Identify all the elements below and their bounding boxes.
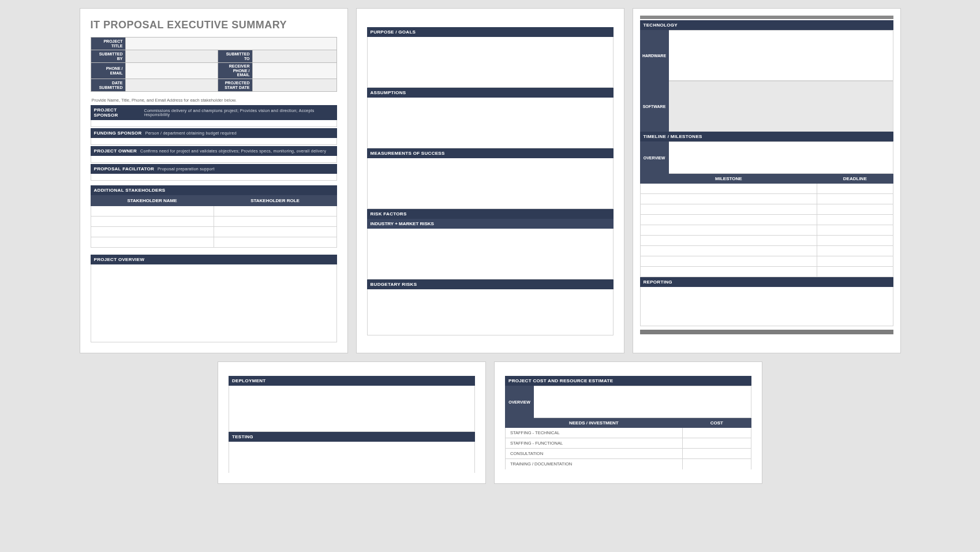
timeline-header: TIMELINE / MILESTONES bbox=[640, 132, 893, 141]
row-cost-overview: OVERVIEW bbox=[505, 386, 751, 418]
deployment-header: DEPLOYMENT bbox=[229, 376, 475, 386]
table-cell[interactable] bbox=[91, 206, 214, 217]
cost-row-value[interactable] bbox=[682, 449, 751, 459]
field-project-title[interactable] bbox=[125, 38, 336, 50]
label-phone-email: PHONE / EMAIL bbox=[91, 63, 125, 79]
field-budgetary-risks[interactable] bbox=[367, 289, 614, 335]
label-projected-start: PROJECTED START DATE bbox=[218, 79, 252, 92]
field-submitted-by[interactable] bbox=[125, 50, 218, 63]
table-cell[interactable] bbox=[640, 184, 817, 194]
field-testing[interactable] bbox=[229, 442, 475, 473]
table-cell[interactable] bbox=[817, 267, 893, 277]
table-cell[interactable] bbox=[640, 225, 817, 236]
cost-row-label: STAFFING - FUNCTIONAL bbox=[506, 438, 683, 449]
additional-stakeholders-header: ADDITIONAL STAKEHOLDERS bbox=[91, 185, 337, 195]
page-2-goals-risks: PURPOSE / GOALS ASSUMPTIONS MEASUREMENTS… bbox=[356, 8, 624, 353]
table-cell[interactable] bbox=[640, 256, 817, 267]
table-cell[interactable] bbox=[640, 267, 817, 277]
page-3-technology-timeline: TECHNOLOGY HARDWARE SOFTWARE TIMELINE / … bbox=[633, 8, 901, 353]
field-projected-start[interactable] bbox=[252, 79, 336, 92]
cost-table: NEEDS / INVESTMENT COST STAFFING - TECHN… bbox=[505, 418, 751, 469]
table-cell[interactable] bbox=[817, 256, 893, 267]
field-reporting[interactable] bbox=[640, 287, 893, 326]
label-overview: OVERVIEW bbox=[640, 141, 669, 174]
field-purpose[interactable] bbox=[367, 37, 614, 88]
cost-estimate-header: PROJECT COST AND RESOURCE ESTIMATE bbox=[505, 376, 751, 386]
table-cell[interactable] bbox=[91, 227, 214, 237]
table-cell[interactable] bbox=[817, 184, 893, 194]
row-software: SOFTWARE bbox=[640, 81, 893, 132]
table-cell[interactable] bbox=[91, 237, 214, 248]
testing-header: TESTING bbox=[229, 432, 475, 442]
table-cell[interactable] bbox=[640, 215, 817, 225]
field-project-sponsor[interactable] bbox=[91, 120, 337, 127]
field-submitted-to[interactable] bbox=[252, 50, 336, 63]
table-cell[interactable] bbox=[817, 236, 893, 246]
label-hardware: HARDWARE bbox=[640, 30, 669, 81]
table-cell[interactable] bbox=[817, 246, 893, 256]
field-deployment[interactable] bbox=[229, 386, 475, 432]
table-cell[interactable] bbox=[214, 237, 336, 248]
stakeholder-hint: Provide Name, Title, Phone, and Email Ad… bbox=[92, 98, 337, 103]
role-name: PROJECT SPONSOR bbox=[94, 107, 141, 118]
table-cell[interactable] bbox=[214, 227, 336, 237]
field-receiver-phone-email[interactable] bbox=[252, 63, 336, 79]
measurements-header: MEASUREMENTS OF SUCCESS bbox=[367, 148, 614, 158]
stakeholder-table: STAKEHOLDER NAME STAKEHOLDER ROLE bbox=[91, 195, 337, 248]
page-4-deployment-testing: DEPLOYMENT TESTING bbox=[218, 361, 486, 484]
row-hardware: HARDWARE bbox=[640, 30, 893, 81]
milestone-table: MILESTONE DEADLINE bbox=[640, 174, 893, 277]
table-cell[interactable] bbox=[640, 194, 817, 204]
table-cell[interactable] bbox=[214, 217, 336, 227]
field-project-overview[interactable] bbox=[91, 264, 337, 342]
field-timeline-overview[interactable] bbox=[669, 141, 893, 174]
page-5-cost-estimate: PROJECT COST AND RESOURCE ESTIMATE OVERV… bbox=[494, 361, 762, 484]
cost-row-value[interactable] bbox=[682, 438, 751, 449]
cost-row-label: CONSULTATION bbox=[506, 449, 683, 459]
table-cell[interactable] bbox=[817, 215, 893, 225]
cost-row-label: STAFFING - TECHNICAL bbox=[506, 428, 683, 438]
role-desc: Confirms need for project and validates … bbox=[140, 149, 326, 153]
label-overview: OVERVIEW bbox=[505, 386, 534, 418]
field-project-owner[interactable] bbox=[91, 156, 337, 163]
col-stakeholder-name: STAKEHOLDER NAME bbox=[91, 196, 214, 206]
field-measurements[interactable] bbox=[367, 158, 614, 209]
label-date-submitted: DATE SUBMITTED bbox=[91, 79, 125, 92]
col-needs: NEEDS / INVESTMENT bbox=[506, 419, 683, 428]
field-hardware[interactable] bbox=[669, 30, 893, 81]
table-cell[interactable] bbox=[817, 204, 893, 215]
industry-risks-header: INDUSTRY + MARKET RISKS bbox=[367, 219, 614, 229]
field-funding-sponsor[interactable] bbox=[91, 138, 337, 145]
project-overview-header: PROJECT OVERVIEW bbox=[91, 255, 337, 264]
grey-strip-top bbox=[640, 16, 893, 19]
cost-row-value[interactable] bbox=[682, 459, 751, 469]
label-submitted-by: SUBMITTED BY bbox=[91, 50, 125, 63]
cost-row-value[interactable] bbox=[682, 428, 751, 438]
role-desc: Person / department obtaining budget req… bbox=[145, 131, 237, 135]
project-info-table: PROJECT TITLE SUBMITTED BY SUBMITTED TO … bbox=[91, 37, 337, 92]
technology-header: TECHNOLOGY bbox=[640, 20, 893, 30]
col-cost: COST bbox=[682, 419, 751, 428]
label-software: SOFTWARE bbox=[640, 81, 669, 132]
table-cell[interactable] bbox=[640, 246, 817, 256]
field-assumptions[interactable] bbox=[367, 98, 614, 148]
label-submitted-to: SUBMITTED TO bbox=[218, 50, 252, 63]
reporting-header: REPORTING bbox=[640, 277, 893, 287]
field-cost-overview[interactable] bbox=[534, 386, 751, 418]
table-cell[interactable] bbox=[214, 206, 336, 217]
role-project-owner: PROJECT OWNER Confirms need for project … bbox=[91, 146, 337, 163]
field-phone-email[interactable] bbox=[125, 63, 218, 79]
col-deadline: DEADLINE bbox=[817, 174, 893, 184]
role-desc: Commissions delivery of and champions pr… bbox=[144, 109, 334, 117]
field-proposal-facilitator[interactable] bbox=[91, 174, 337, 181]
table-cell[interactable] bbox=[817, 194, 893, 204]
table-cell[interactable] bbox=[640, 236, 817, 246]
field-industry-risks[interactable] bbox=[367, 229, 614, 279]
label-project-title: PROJECT TITLE bbox=[91, 38, 125, 50]
field-software[interactable] bbox=[669, 81, 893, 132]
table-cell[interactable] bbox=[817, 225, 893, 236]
table-cell[interactable] bbox=[91, 217, 214, 227]
budgetary-risks-header: BUDGETARY RISKS bbox=[367, 279, 614, 289]
field-date-submitted[interactable] bbox=[125, 79, 218, 92]
table-cell[interactable] bbox=[640, 204, 817, 215]
